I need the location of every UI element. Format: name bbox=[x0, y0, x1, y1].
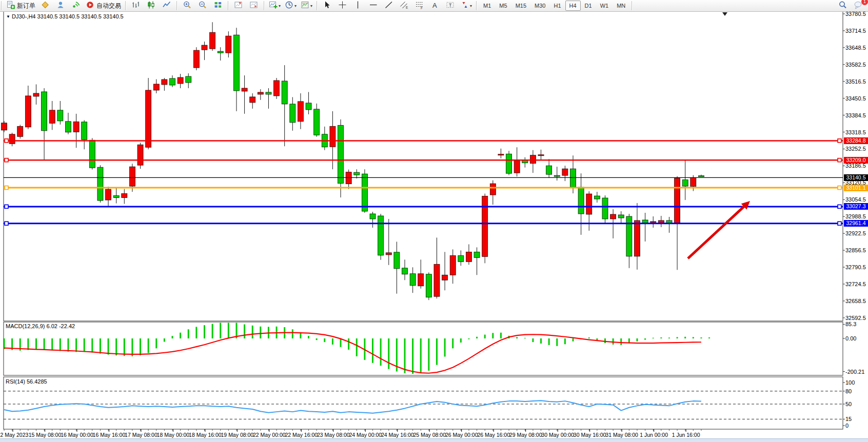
timeframe-button-w1[interactable]: W1 bbox=[596, 1, 613, 11]
chart-shift-icon bbox=[234, 1, 243, 11]
text-icon: A bbox=[430, 1, 440, 11]
price-tag: 33284.8 bbox=[844, 137, 868, 144]
market-button[interactable] bbox=[38, 0, 52, 11]
fibonacci-button[interactable]: F bbox=[412, 0, 427, 11]
symbol-name: DJ30-,H4 bbox=[12, 13, 35, 19]
channel-button[interactable]: E bbox=[397, 0, 411, 11]
periods-button[interactable]: ▾ bbox=[283, 0, 298, 11]
svg-text:1 Jun 16:00: 1 Jun 16:00 bbox=[672, 432, 700, 438]
arrows-button[interactable]: ▾ bbox=[459, 0, 474, 11]
hline-icon bbox=[369, 1, 378, 11]
search-button[interactable] bbox=[836, 0, 850, 11]
svg-text:33186.5: 33186.5 bbox=[845, 163, 866, 169]
label-button[interactable]: T bbox=[443, 0, 458, 11]
text-button[interactable]: A bbox=[428, 0, 442, 11]
indicators-icon bbox=[269, 1, 278, 11]
svg-text:A: A bbox=[432, 1, 437, 9]
vertical-line-button[interactable] bbox=[351, 0, 365, 11]
svg-text:22 May 16:00: 22 May 16:00 bbox=[285, 432, 318, 438]
toolbar-separator bbox=[632, 1, 633, 10]
svg-text:32856.5: 32856.5 bbox=[845, 247, 866, 253]
bar-chart-button[interactable] bbox=[129, 0, 143, 11]
zoom-in-button[interactable] bbox=[180, 0, 194, 11]
timeframe-button-m30[interactable]: M30 bbox=[530, 1, 549, 11]
timeframe-button-mn[interactable]: MN bbox=[613, 1, 629, 11]
timeframe-button-d1[interactable]: D1 bbox=[581, 1, 596, 11]
chart-shift-button[interactable] bbox=[231, 0, 246, 11]
svg-text:33582.5: 33582.5 bbox=[845, 62, 866, 68]
tile-windows-button[interactable] bbox=[211, 0, 225, 11]
svg-text:25 May 08:00: 25 May 08:00 bbox=[413, 432, 446, 438]
channel-icon: E bbox=[400, 1, 409, 11]
autotrading-button[interactable]: 自动交易 bbox=[84, 0, 123, 11]
main-toolbar: 新订单自动交易▾▾▾EFAT▾M1M5M15M30H1H4D1W1MN1 bbox=[0, 0, 868, 12]
timeframe-button-h4[interactable]: H4 bbox=[565, 1, 581, 11]
chevron-down-icon: ▾ bbox=[279, 4, 281, 8]
svg-text:33252.5: 33252.5 bbox=[845, 146, 866, 152]
rsi-label: RSI(14) 56.4285 bbox=[6, 378, 47, 385]
svg-text:24 May 00:00: 24 May 00:00 bbox=[349, 432, 382, 438]
toolbar-separator bbox=[228, 1, 229, 10]
svg-text:29 May 08:00: 29 May 08:00 bbox=[509, 432, 542, 438]
templates-button[interactable]: ▾ bbox=[299, 0, 314, 11]
svg-text:33714.5: 33714.5 bbox=[845, 28, 866, 34]
cursor-button[interactable] bbox=[320, 0, 334, 11]
svg-text:31 May 08:00: 31 May 08:00 bbox=[605, 432, 638, 438]
svg-text:0.00: 0.00 bbox=[845, 335, 856, 341]
macd-label: MACD(12,26,9) 6.02 -22.42 bbox=[6, 323, 75, 329]
new-order-button[interactable]: 新订单 bbox=[5, 0, 37, 11]
svg-text:33450.5: 33450.5 bbox=[845, 95, 866, 102]
autotrading-button-label: 自动交易 bbox=[96, 2, 121, 10]
time-axis[interactable]: 12 May 202315 May 08:0016 May 00:0016 Ma… bbox=[0, 429, 701, 438]
search-icon bbox=[838, 1, 847, 11]
svg-text:30 May 16:00: 30 May 16:00 bbox=[574, 432, 606, 438]
crosshair-button[interactable] bbox=[336, 0, 350, 11]
price-axis[interactable]: 33780.533714.533648.533582.533516.533450… bbox=[843, 11, 866, 321]
svg-text:32922.5: 32922.5 bbox=[845, 230, 866, 236]
svg-text:32592.5: 32592.5 bbox=[845, 315, 866, 321]
toolbar-separator bbox=[264, 1, 265, 10]
toolbar-separator bbox=[317, 1, 318, 10]
chart-title: ▼ DJ30-,H4 33140.5 33140.5 33140.5 33140… bbox=[6, 13, 124, 19]
new-order-icon bbox=[6, 1, 15, 11]
svg-text:E: E bbox=[406, 5, 408, 9]
label-icon: T bbox=[446, 1, 455, 11]
price-tag: 33027.3 bbox=[844, 203, 868, 210]
timeframe-button-h1[interactable]: H1 bbox=[549, 1, 565, 11]
horizontal-line-button[interactable] bbox=[366, 0, 381, 11]
svg-text:80: 80 bbox=[845, 388, 852, 394]
svg-text:17 May 08:00: 17 May 08:00 bbox=[125, 432, 157, 438]
macd-axis[interactable]: 85.30.00-200.21 bbox=[843, 321, 864, 374]
candlestick-icon bbox=[147, 1, 156, 11]
price-tag: 33140.5 bbox=[844, 174, 868, 181]
timeframe-button-m1[interactable]: M1 bbox=[479, 1, 495, 11]
svg-text:16 May 00:00: 16 May 00:00 bbox=[61, 432, 93, 438]
trendline-button[interactable] bbox=[382, 0, 396, 11]
svg-text:32724.5: 32724.5 bbox=[845, 281, 866, 287]
community-button[interactable] bbox=[53, 0, 68, 11]
chat-button[interactable]: 1 bbox=[851, 0, 865, 11]
signals-button[interactable] bbox=[69, 0, 83, 11]
zoom-in-icon bbox=[183, 1, 192, 11]
chart-area[interactable]: 33780.533714.533648.533582.533516.533450… bbox=[0, 0, 868, 442]
svg-text:32658.5: 32658.5 bbox=[845, 298, 866, 304]
svg-text:33648.5: 33648.5 bbox=[845, 45, 866, 51]
symbol-dropdown-icon[interactable]: ▼ bbox=[6, 14, 10, 19]
auto-scroll-button[interactable] bbox=[247, 0, 261, 11]
price-tag: 32961.4 bbox=[844, 220, 868, 227]
timeframe-button-m15[interactable]: M15 bbox=[511, 1, 530, 11]
toolbar-separator bbox=[176, 1, 177, 10]
svg-text:50: 50 bbox=[845, 401, 852, 407]
line-chart-button[interactable] bbox=[160, 0, 174, 11]
svg-text:-200.21: -200.21 bbox=[845, 369, 864, 375]
indicators-button[interactable]: ▾ bbox=[267, 0, 282, 11]
svg-text:100: 100 bbox=[845, 379, 855, 386]
timeframe-button-m5[interactable]: M5 bbox=[495, 1, 511, 11]
line-chart-icon bbox=[162, 1, 171, 11]
toolbar-separator bbox=[1, 1, 2, 10]
new-order-button-label: 新订单 bbox=[17, 2, 35, 10]
svg-text:32790.5: 32790.5 bbox=[845, 264, 866, 270]
candlestick-button[interactable] bbox=[144, 0, 159, 11]
zoom-out-button[interactable] bbox=[195, 0, 210, 11]
rsi-axis[interactable]: 1008050150 bbox=[843, 379, 855, 429]
